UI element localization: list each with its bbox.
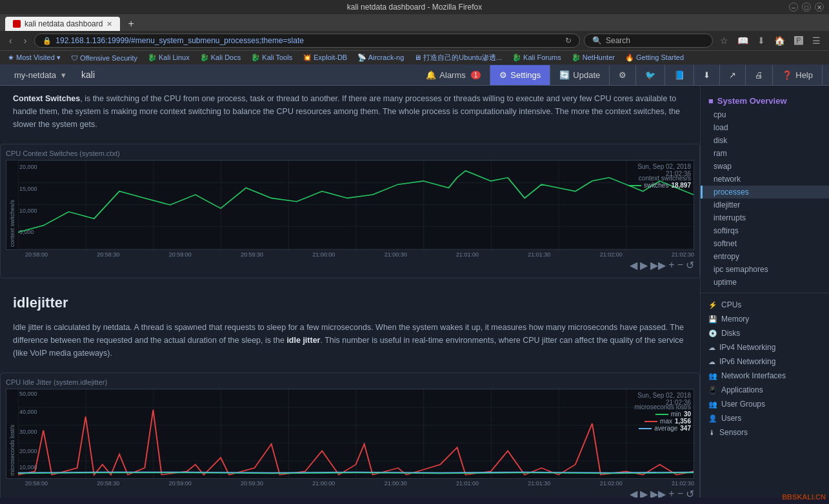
applications-icon: 📱 [708,386,717,394]
window-title: kali netdata dashboard - Mozilla Firefox [347,3,482,12]
update-button[interactable]: 🔄 Update [550,65,610,85]
bookmarks-bar: ★ Most Visited ▾ 🛡 Offensive Security 🐉 … [0,50,829,64]
sidebar-item-softirqs[interactable]: softirqs [701,224,829,237]
home-icon[interactable]: 🏠 [771,34,788,47]
bookmark-nethunter[interactable]: 🐉 NetHunter [569,52,617,63]
play-icon-2[interactable]: ▶ [640,488,648,498]
facebook-button[interactable]: 📘 [665,65,694,85]
zoom-back-icon-2[interactable]: ◀ [630,488,637,498]
bookmark-most-visited[interactable]: ★ Most Visited ▾ [5,52,63,63]
help-button[interactable]: ❓ Help [773,65,823,85]
sidebar-group-network-interfaces[interactable]: 👥 Network Interfaces [701,368,829,382]
sidebar-group-cpus[interactable]: ⚡ CPUs [701,297,829,311]
print-button[interactable]: 🖨 [746,65,773,85]
sidebar-item-disk[interactable]: disk [701,134,829,147]
bookmark-kali-tools[interactable]: 🐉 Kali Tools [248,52,295,63]
disks-label: Disks [721,329,740,338]
menu-icon[interactable]: ☰ [809,34,824,47]
new-tab-button[interactable]: + [123,17,139,31]
refresh-button[interactable]: ↻ [565,36,572,45]
sidebar-group-ipv6[interactable]: ☁ IPv6 Networking [701,354,829,368]
bookmark-kali-forums[interactable]: 🐉 Kali Forums [510,52,564,63]
zoom-fwd-icon-2[interactable]: ▶▶ [650,488,666,498]
github-button[interactable]: ⚙ [610,65,636,85]
context-switches-metric-label: context switches/s [628,175,691,182]
zoom-in-icon-2[interactable]: + [668,488,674,498]
zoom-out-icon-2[interactable]: − [677,488,683,498]
idlejitter-chart-area: microseconds lost/s 50,000 40,000 30,000… [6,389,694,479]
zoom-fwd-icon[interactable]: ▶▶ [650,259,666,271]
sidebar-item-cpu[interactable]: cpu [701,108,829,121]
sidebar-group-ipv4[interactable]: ☁ IPv4 Networking [701,340,829,354]
sidebar-item-load[interactable]: load [701,121,829,134]
alarms-badge: 1 [471,71,481,79]
active-tab[interactable]: kali netdata dashboard ✕ [5,17,120,31]
zoom-out-icon[interactable]: − [677,259,683,271]
sidebar-item-swap[interactable]: swap [701,160,829,173]
forward-button[interactable]: › [20,34,31,47]
zoom-in-icon[interactable]: + [668,259,674,271]
play-icon[interactable]: ▶ [640,259,648,271]
bookmark-getting-started[interactable]: 🔥 Getting Started [623,52,686,63]
ipv6-label: IPv6 Networking [719,357,775,366]
close-tab-button[interactable]: ✕ [106,20,112,28]
sidebar-group-user-groups[interactable]: 👥 User Groups [701,396,829,411]
share-button[interactable]: ↗ [720,65,746,85]
idlejitter-chart-inner: 50,000 40,000 30,000 20,000 10,000 [18,389,694,478]
print-icon: 🖨 [755,70,763,80]
bookmark-kali-docs[interactable]: 🐉 Kali Docs [197,52,244,63]
brand-dropdown-icon[interactable]: ▾ [61,70,66,80]
reset-icon-2[interactable]: ↺ [686,488,694,498]
reset-icon[interactable]: ↺ [686,259,694,271]
sidebar-item-ram[interactable]: ram [701,147,829,160]
sidebar-item-interrupts[interactable]: interrupts [701,211,829,224]
context-switches-chart-controls[interactable]: ◀ ▶ ▶▶ + − ↺ [6,258,694,273]
alarms-button[interactable]: 🔔 Alarms 1 [417,65,490,85]
sidebar-item-ipc-semaphores[interactable]: ipc semaphores [701,263,829,276]
sensors-icon: 🌡 [708,429,715,436]
idlejitter-min-item: min 30 [634,411,691,418]
close-button[interactable]: ✕ [815,3,824,12]
sidebar-item-softnet[interactable]: softnet [701,237,829,250]
sidebar-group-memory[interactable]: 💾 Memory [701,311,829,325]
reading-mode-icon[interactable]: 📖 [734,34,752,47]
context-switches-legend: context switches/s switches 18,897 [628,175,691,189]
minimize-button[interactable]: – [789,3,798,12]
back-button[interactable]: ‹ [5,34,16,47]
twitter-button[interactable]: 🐦 [636,65,665,85]
sidebar-group-users[interactable]: 👤 Users [701,411,829,425]
search-bar[interactable]: 🔍 Search [584,34,713,48]
nav-host: kali [74,64,103,85]
sidebar-item-processes[interactable]: processes [701,186,829,199]
bookmark-kali-linux[interactable]: 🐉 Kali Linux [145,52,192,63]
sidebar-item-entropy[interactable]: entropy [701,250,829,263]
bookmark-offensive-security[interactable]: 🛡 Offensive Security [68,52,140,63]
bookmark-ubuntu[interactable]: 🖥 打造自己的Ubuntu渗透... [412,52,504,63]
system-overview-title[interactable]: ■ System Overview [701,92,829,108]
bookmark-star-icon[interactable]: ☆ [717,34,732,47]
svg-rect-0 [18,160,694,249]
max-value: 1,356 [675,418,691,425]
download-icon[interactable]: ⬇ [754,34,768,47]
sidebar-group-sensors[interactable]: 🌡 Sensors [701,425,829,439]
maximize-button[interactable]: □ [802,3,811,12]
context-switches-y-axis: context switches/s [6,160,18,249]
bookmark-aircrack[interactable]: 📡 Aircrack-ng [355,52,406,63]
context-switches-chart-area: context switches/s 20,000 15,000 10,000 … [6,160,694,250]
url-icon: 🔒 [43,37,52,45]
bookmark-exploit-db[interactable]: 💥 Exploit-DB [300,52,350,63]
sidebar-item-uptime[interactable]: uptime [701,276,829,289]
zoom-back-icon[interactable]: ◀ [630,259,637,271]
pocket-icon[interactable]: 🅿 [791,34,806,47]
idlejitter-legend: microseconds lost/s min 30 max 1,356 [634,403,691,432]
sidebar-group-disks[interactable]: 💿 Disks [701,325,829,340]
context-switches-chart-title: CPU Context Switches (system.ctxt) [6,150,694,157]
sidebar-group-applications[interactable]: 📱 Applications [701,382,829,396]
sidebar-item-network[interactable]: network [701,173,829,186]
settings-button[interactable]: ⚙ Settings [490,65,550,85]
sidebar-item-idlejitter[interactable]: idlejitter [701,199,829,211]
url-bar[interactable]: 🔒 192.168.1.136:19999/#menu_system_subme… [34,34,580,48]
idlejitter-chart-controls[interactable]: ◀ ▶ ▶▶ + − ↺ [6,487,694,498]
download-button[interactable]: ⬇ [694,65,720,85]
nav-brand[interactable]: my-netdata ▾ [6,65,74,85]
